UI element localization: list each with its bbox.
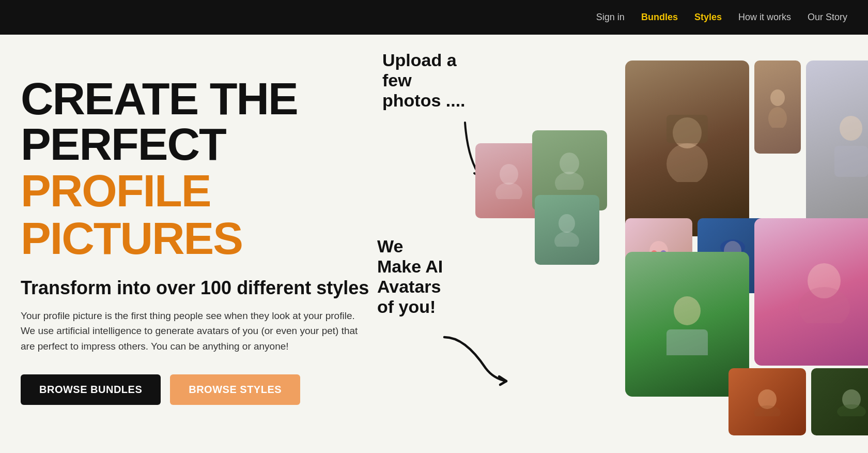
svg-point-1 — [495, 183, 522, 199]
navbar: Sign in Bundles Styles How it works Our … — [0, 0, 868, 35]
warrior-photo — [625, 61, 749, 236]
svg-point-23 — [674, 296, 701, 325]
fantasy-photo-1 — [729, 368, 806, 435]
headline-line3: PROFILE PICTURES — [21, 167, 372, 263]
annotation-upload: Upload afewphotos .... — [382, 50, 466, 111]
svg-point-3 — [555, 172, 584, 190]
svg-rect-12 — [834, 146, 868, 177]
colorful-portrait — [754, 218, 868, 366]
nav-styles[interactable]: Styles — [694, 12, 722, 23]
hero-right: Upload afewphotos .... WeMake AIAvatarso… — [372, 35, 868, 453]
svg-point-11 — [840, 116, 862, 141]
svg-rect-7 — [667, 115, 708, 143]
description: Your profile picture is the first thing … — [21, 308, 372, 354]
svg-point-2 — [560, 153, 579, 174]
upload-photo-3 — [535, 195, 599, 265]
subheadline: Transform into over 100 different styles — [21, 277, 372, 299]
hero-section: CREATE THE PERFECT PROFILE PICTURES Tran… — [0, 35, 868, 453]
svg-point-9 — [770, 89, 785, 106]
annotation-avatars: WeMake AIAvatarsof you! — [377, 236, 443, 317]
browse-styles-button[interactable]: BROWSE STYLES — [170, 374, 300, 405]
hero-left: CREATE THE PERFECT PROFILE PICTURES Tran… — [0, 35, 372, 453]
headline-line1: CREATE THE — [21, 76, 372, 122]
nav-bundles[interactable]: Bundles — [641, 12, 678, 23]
nav-howitworks[interactable]: How it works — [738, 12, 791, 23]
nav-ourstory[interactable]: Our Story — [808, 12, 847, 23]
portrait-photo-1 — [754, 61, 801, 154]
svg-point-10 — [768, 107, 787, 128]
svg-point-8 — [667, 143, 708, 182]
nav-signin[interactable]: Sign in — [596, 12, 625, 23]
portrait-photo-2 — [806, 61, 868, 226]
svg-point-0 — [500, 164, 518, 185]
svg-point-22 — [798, 287, 850, 323]
svg-point-5 — [554, 232, 579, 247]
svg-rect-24 — [667, 329, 708, 355]
fantasy-photo-2 — [811, 368, 868, 435]
photo-collage — [475, 35, 868, 453]
svg-point-4 — [559, 214, 575, 233]
svg-point-32 — [837, 404, 866, 416]
headline-line2: PERFECT — [21, 122, 372, 167]
cta-buttons: BROWSE BUNDLES BROWSE STYLES — [21, 374, 372, 405]
browse-bundles-button[interactable]: BROWSE BUNDLES — [21, 374, 161, 405]
svg-point-30 — [754, 405, 781, 416]
